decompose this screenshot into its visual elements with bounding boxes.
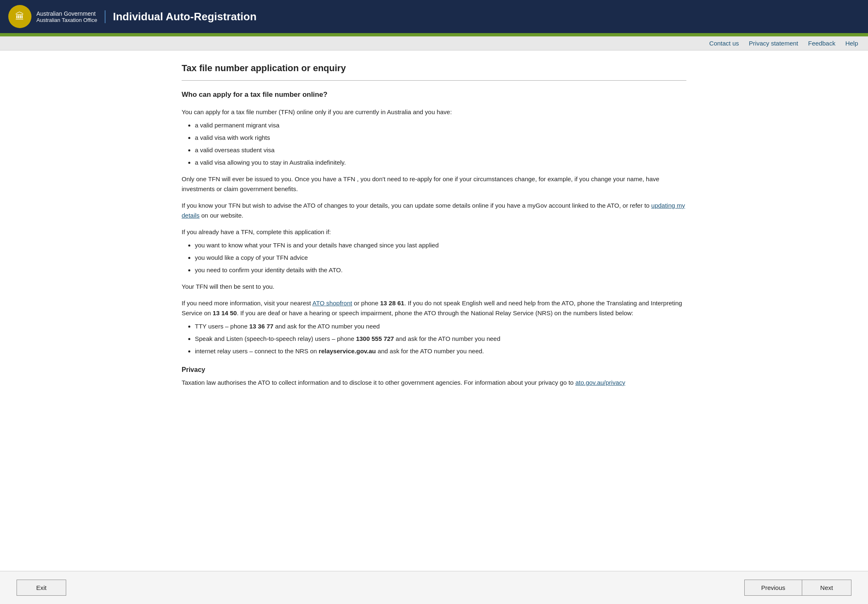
nav-privacy-statement[interactable]: Privacy statement: [749, 40, 798, 47]
intro-text: You can apply for a tax file number (TFN…: [182, 107, 686, 117]
para4-block: Your TFN will then be sent to you.: [182, 282, 686, 292]
ato-line: Australian Taxation Office: [36, 17, 97, 23]
nrs-item-2-suffix: and ask for the ATO number you need: [394, 335, 500, 342]
visa-list-item-2: a valid visa with work rights: [195, 133, 686, 143]
privacy-text: Taxation law authorises the ATO to colle…: [182, 378, 686, 388]
page-header: 🏛 Australian Government Australian Taxat…: [0, 0, 868, 33]
para1-text: Only one TFN will ever be issued to you.…: [182, 174, 686, 194]
section-heading: Who can apply for a tax file number onli…: [182, 91, 686, 99]
nrs-item-3-suffix: and ask for the ATO number you need.: [376, 348, 484, 355]
para4-text: Your TFN will then be sent to you.: [182, 282, 686, 292]
ato-shopfront-link[interactable]: ATO shopfront: [312, 300, 352, 307]
nav-feedback[interactable]: Feedback: [808, 40, 835, 47]
visa-list-item-1: a valid permanent migrant visa: [195, 120, 686, 130]
ato-logo: 🏛 Australian Government Australian Taxat…: [8, 5, 97, 28]
para5-block: If you need more information, visit your…: [182, 298, 686, 356]
privacy-text-prefix: Taxation law authorises the ATO to colle…: [182, 379, 575, 386]
para5-prefix: If you need more information, visit your…: [182, 300, 312, 307]
already-tfn-item-1: you want to know what your TFN is and yo…: [195, 240, 686, 250]
page-title: Tax file number application or enquiry: [182, 63, 686, 74]
nrs-item-3-prefix: internet relay users – connect to the NR…: [195, 348, 319, 355]
phone1: 13 28 61: [380, 300, 404, 307]
para2-block: If you know your TFN but wish to advise …: [182, 201, 686, 221]
nrs-item-1: TTY users – phone 13 36 77 and ask for t…: [195, 321, 686, 331]
privacy-heading: Privacy: [182, 366, 686, 374]
para2-prefix: If you know your TFN but wish to advise …: [182, 202, 651, 209]
intro-paragraph: You can apply for a tax file number (TFN…: [182, 107, 686, 168]
title-divider: [182, 80, 686, 81]
para2-suffix: on our website.: [199, 212, 243, 219]
nrs-item-1-suffix: and ask for the ATO number you need: [273, 323, 380, 330]
para5-text: If you need more information, visit your…: [182, 298, 686, 318]
already-tfn-item-3: you need to confirm your identity detail…: [195, 265, 686, 275]
logo-text-block: Australian Government Australian Taxatio…: [36, 10, 97, 23]
nrs-item-2-prefix: Speak and Listen (speech-to-speech relay…: [195, 335, 356, 342]
nrs-item-1-prefix: TTY users – phone: [195, 323, 249, 330]
visa-list-item-4: a valid visa allowing you to stay in Aus…: [195, 158, 686, 168]
para2-text: If you know your TFN but wish to advise …: [182, 201, 686, 221]
logo-emblem: 🏛: [8, 5, 31, 28]
page-title-header: Individual Auto-Registration: [105, 10, 257, 23]
nrs-list: TTY users – phone 13 36 77 and ask for t…: [195, 321, 686, 356]
already-tfn-list: you want to know what your TFN is and yo…: [195, 240, 686, 275]
visa-list: a valid permanent migrant visa a valid v…: [195, 120, 686, 168]
para3-text: If you already have a TFN, complete this…: [182, 227, 686, 237]
para5-mid: or phone: [352, 300, 380, 307]
privacy-text-block: Taxation law authorises the ATO to colle…: [182, 378, 686, 388]
phone2: 13 14 50: [213, 309, 237, 316]
main-content: Tax file number application or enquiry W…: [165, 50, 703, 452]
nav-help[interactable]: Help: [845, 40, 858, 47]
already-tfn-item-2: you would like a copy of your TFN advice: [195, 253, 686, 263]
top-nav: Contact us Privacy statement Feedback He…: [0, 36, 868, 50]
nrs-item-3-bold: relayservice.gov.au: [319, 348, 376, 355]
para1-block: Only one TFN will ever be issued to you.…: [182, 174, 686, 194]
nrs-item-1-bold: 13 36 77: [249, 323, 273, 330]
nrs-item-3: internet relay users – connect to the NR…: [195, 346, 686, 356]
para3-block: If you already have a TFN, complete this…: [182, 227, 686, 275]
nrs-item-2-bold: 1300 555 727: [356, 335, 394, 342]
nav-contact-us[interactable]: Contact us: [709, 40, 739, 47]
nrs-item-2: Speak and Listen (speech-to-speech relay…: [195, 334, 686, 344]
green-accent-bar: [0, 33, 868, 36]
privacy-link[interactable]: ato.gov.au/privacy: [575, 379, 626, 386]
visa-list-item-3: a valid overseas student visa: [195, 145, 686, 155]
privacy-section: Privacy Taxation law authorises the ATO …: [182, 366, 686, 388]
gov-line: Australian Government: [36, 10, 97, 17]
para5-text2: . If you are deaf or have a hearing or s…: [237, 309, 633, 316]
